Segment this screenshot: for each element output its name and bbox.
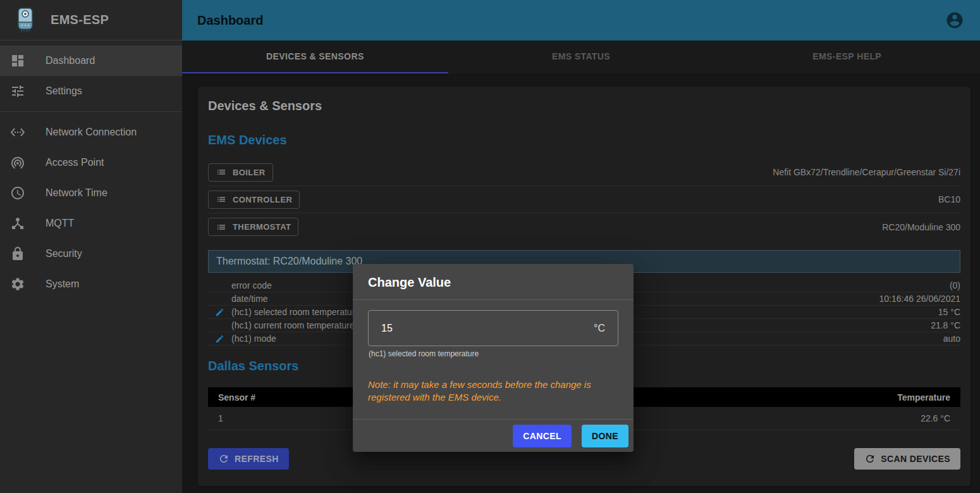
sidebar-item-label: Access Point xyxy=(46,157,104,168)
sidebar-item-label: Security xyxy=(46,248,82,259)
sidebar-item-access-point[interactable]: Access Point xyxy=(0,147,182,178)
sidebar-item-label: Dashboard xyxy=(46,55,95,66)
sidebar-item-label: Network Time xyxy=(46,187,107,199)
value-input[interactable] xyxy=(381,323,594,334)
tab-ems-status[interactable]: EMS STATUS xyxy=(448,41,714,73)
tab-devices-sensors[interactable]: DEVICES & SENSORS xyxy=(182,41,448,73)
edit-pencil-icon[interactable] xyxy=(215,334,224,344)
account-circle-icon xyxy=(945,11,964,30)
sidebar: EMS-ESP Dashboard Settings Network Conne… xyxy=(0,0,182,493)
device-model: BC10 xyxy=(938,194,960,204)
ems-device-list: BOILER Nefit GBx72/Trendline/Cerapur/Gre… xyxy=(208,159,960,240)
app-header: Dashboard xyxy=(182,0,980,41)
app-title: EMS-ESP xyxy=(51,13,109,27)
detail-value: 15 °C xyxy=(938,307,960,317)
lock-icon xyxy=(10,246,46,261)
cancel-button[interactable]: CANCEL xyxy=(513,425,572,447)
sidebar-item-label: Network Connection xyxy=(46,127,137,138)
done-button[interactable]: DONE xyxy=(582,425,628,447)
sidebar-item-label: MQTT xyxy=(46,218,74,229)
list-icon xyxy=(216,194,227,205)
dialog-actions: CANCEL DONE xyxy=(353,419,634,452)
sidebar-item-network-connection[interactable]: Network Connection xyxy=(0,117,182,147)
edit-slot xyxy=(208,308,231,317)
device-button-label: THERMOSTAT xyxy=(233,222,291,232)
value-field: °C xyxy=(368,310,618,346)
field-helper-text: (hc1) selected room temperature xyxy=(369,349,618,358)
sidebar-nav: Dashboard Settings Network Connection Ac… xyxy=(0,41,182,299)
list-icon xyxy=(216,166,227,178)
card-title: Devices & Sensors xyxy=(208,97,960,115)
wifi-tethering-icon xyxy=(10,155,46,170)
app-logo: EMS-ESP xyxy=(0,0,182,41)
tab-ems-esp-help[interactable]: EMS-ESP HELP xyxy=(714,41,980,73)
detail-value: 21.8 °C xyxy=(931,320,960,330)
sidebar-item-dashboard[interactable]: Dashboard xyxy=(0,46,182,76)
dialog-note: Note: it may take a few seconds before t… xyxy=(368,378,601,404)
detail-value: 10:16:46 26/06/2021 xyxy=(879,294,960,304)
settings-sliders-icon xyxy=(10,84,46,99)
clock-icon xyxy=(10,185,46,201)
thermostat-button[interactable]: THERMOSTAT xyxy=(208,218,298,236)
refresh-icon xyxy=(864,453,876,465)
ems-devices-heading: EMS Devices xyxy=(208,131,960,149)
edit-pencil-icon[interactable] xyxy=(215,308,224,317)
sidebar-item-mqtt[interactable]: MQTT xyxy=(0,208,182,239)
change-value-dialog: Change Value °C (hc1) selected room temp… xyxy=(353,264,634,452)
page-title: Dashboard xyxy=(197,13,945,28)
scan-devices-button-label: SCAN DEVICES xyxy=(881,454,950,464)
sidebar-item-settings[interactable]: Settings xyxy=(0,76,182,106)
sensor-number: 1 xyxy=(218,413,223,423)
sidebar-item-label: System xyxy=(46,278,79,290)
tab-label: EMS STATUS xyxy=(552,51,610,61)
detail-value: auto xyxy=(943,334,960,344)
dialog-title: Change Value xyxy=(353,264,634,300)
detail-value: (0) xyxy=(950,280,960,290)
dialog-content: °C (hc1) selected room temperature Note:… xyxy=(353,300,634,419)
ethernet-icon xyxy=(10,125,46,140)
refresh-button[interactable]: REFRESH xyxy=(208,448,289,470)
tab-bar: DEVICES & SENSORS EMS STATUS EMS-ESP HEL… xyxy=(182,41,980,73)
dashboard-icon xyxy=(10,53,46,68)
refresh-button-label: REFRESH xyxy=(235,454,279,464)
tab-label: DEVICES & SENSORS xyxy=(266,51,364,61)
list-icon xyxy=(216,222,227,233)
device-model: Nefit GBx72/Trendline/Cerapur/Greenstar … xyxy=(773,167,960,177)
boiler-logo-icon xyxy=(14,7,37,34)
tab-label: EMS-ESP HELP xyxy=(812,51,881,61)
edit-slot xyxy=(208,334,231,344)
device-row-controller: CONTROLLER BC10 xyxy=(208,186,960,213)
sensor-temperature: 22.6 °C xyxy=(921,413,950,423)
account-button[interactable] xyxy=(945,10,965,30)
unit-suffix: °C xyxy=(594,323,605,334)
scan-devices-button[interactable]: SCAN DEVICES xyxy=(854,448,960,470)
boiler-button[interactable]: BOILER xyxy=(208,163,273,182)
device-row-thermostat: THERMOSTAT RC20/Moduline 300 xyxy=(208,213,960,240)
sidebar-divider xyxy=(0,111,182,112)
sidebar-item-security[interactable]: Security xyxy=(0,239,182,269)
device-button-label: BOILER xyxy=(233,168,266,177)
device-model: RC20/Moduline 300 xyxy=(882,222,960,232)
controller-button[interactable]: CONTROLLER xyxy=(208,190,300,209)
sidebar-item-system[interactable]: System xyxy=(0,269,182,299)
device-button-label: CONTROLLER xyxy=(233,195,292,204)
sidebar-item-network-time[interactable]: Network Time xyxy=(0,178,182,208)
device-hub-icon xyxy=(10,216,46,231)
gear-icon xyxy=(10,277,46,292)
sidebar-item-label: Settings xyxy=(46,85,82,97)
device-row-boiler: BOILER Nefit GBx72/Trendline/Cerapur/Gre… xyxy=(208,159,960,186)
column-sensor: Sensor # xyxy=(218,392,255,403)
refresh-icon xyxy=(218,453,230,465)
column-temperature: Temperature xyxy=(897,392,950,403)
